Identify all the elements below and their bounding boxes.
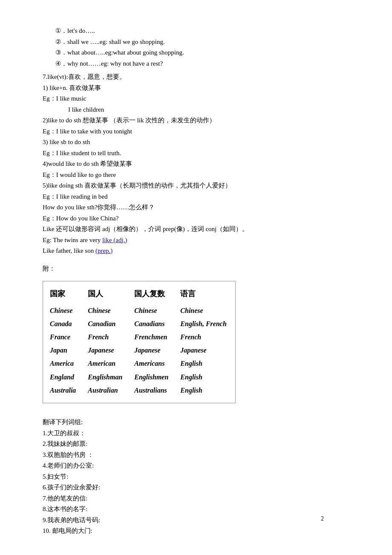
like-item-6: Eg：I like student to tell truth.: [43, 148, 358, 159]
table-cell: Frenchmen: [134, 330, 180, 344]
like-header: 7.like(vt):喜欢，愿意，想要。: [43, 72, 358, 83]
like-item-8: Eg：I would like to go there: [43, 170, 358, 181]
like-item-10: Eg：I like reading in bed: [43, 191, 358, 202]
like-item-9: 5)like doing sth 喜欢做某事（长期习惯性的动作，尤其指个人爱好）: [43, 180, 358, 191]
translate-item: 10. 邮电局的大门:: [43, 526, 358, 537]
translate-items: 1.大卫的叔叔：2.我妹妹的邮票:3.双胞胎的书房 ：4.老师们的办公室:5.妇…: [43, 428, 358, 537]
table-cell: English: [180, 370, 228, 384]
like-item-7: 4)would like to do sth 希望做某事: [43, 159, 358, 170]
list-item-4: ④．why not……eg: why not have a rest?: [55, 58, 358, 69]
table-cell: Chinese: [180, 304, 228, 317]
table-cell: America: [50, 357, 88, 370]
translate-item: 4.老师们的办公室:: [43, 460, 358, 471]
like-item-5: 3) like sb to do sth: [43, 137, 358, 148]
table-row: FranceFrenchFrenchmenFrench: [50, 330, 228, 344]
table-cell: Englishman: [88, 370, 134, 384]
table-row: CanadaCanadianCanadiansEnglish, French: [50, 317, 228, 330]
table-header-row: 国家 国人 国人复数 语言: [50, 286, 228, 304]
table-cell: Canadian: [88, 317, 134, 330]
items-list: ①．let's do….. ②．shall we …..eg: shall we…: [43, 26, 358, 69]
table-cell: Chinese: [88, 304, 134, 317]
translate-item: 9.我表弟的电话号码:: [43, 515, 358, 526]
col-header-language: 语言: [180, 286, 228, 304]
table-cell: American: [88, 357, 134, 370]
table-cell: Australian: [88, 384, 134, 397]
translate-header: 翻译下列词组:: [43, 417, 358, 428]
translate-section: 翻译下列词组: 1.大卫的叔叔：2.我妹妹的邮票:3.双胞胎的书房 ：4.老师们…: [43, 417, 358, 537]
attached-label: 附：: [43, 263, 358, 275]
vocab-table: 国家 国人 国人复数 语言 ChineseChineseChineseChine…: [50, 286, 228, 397]
col-header-plural: 国人复数: [134, 286, 180, 304]
like-item-1: Eg：I like music: [43, 93, 358, 104]
table-cell: Australians: [134, 384, 180, 397]
translate-item: 6.孩子们的业余爱好:: [43, 482, 358, 493]
table-row: AustraliaAustralianAustraliansEnglish: [50, 384, 228, 397]
col-header-country: 国家: [50, 286, 88, 304]
table-cell: Australia: [50, 384, 88, 397]
table-cell: Canada: [50, 317, 88, 330]
translate-item: 3.双胞胎的书房 ：: [43, 450, 358, 461]
table-cell: English, French: [180, 317, 228, 330]
table-cell: Canadians: [134, 317, 180, 330]
table-cell: Englishmen: [134, 370, 180, 384]
table-cell: Americans: [134, 357, 180, 370]
table-cell: England: [50, 370, 88, 384]
like-item-3: 2)like to do sth 想做某事 （表示一 lik 次性的，未发生的动…: [43, 115, 358, 126]
like-prep-line: Like father, like son (prep.): [43, 246, 358, 257]
table-cell: Japanese: [134, 344, 180, 357]
like-item-12: Eg：How do you like China?: [43, 213, 358, 224]
table-cell: France: [50, 330, 88, 344]
table-cell: Japanese: [88, 344, 134, 357]
table-cell: Chinese: [134, 304, 180, 317]
vocab-table-container: 国家 国人 国人复数 语言 ChineseChineseChineseChine…: [43, 281, 236, 403]
table-row: AmericaAmericanAmericansEnglish: [50, 357, 228, 370]
like-section: 7.like(vt):喜欢，愿意，想要。 1) like+n. 喜欢做某事 Eg…: [43, 72, 358, 257]
like-item-4: Eg：I like to take with you tonight: [43, 126, 358, 137]
translate-item: 2.我妹妹的邮票:: [43, 439, 358, 450]
col-header-person: 国人: [88, 286, 134, 304]
like-item-2: I like children: [43, 104, 358, 116]
translate-item: 7.他的笔友的信:: [43, 493, 358, 504]
table-cell: English: [180, 357, 228, 370]
table-cell: English: [180, 384, 228, 397]
translate-item: 8.这本书的名字:: [43, 504, 358, 515]
table-cell: Japanese: [180, 344, 228, 357]
page-number: 2: [321, 514, 324, 524]
translate-item: 1.大卫的叔叔：: [43, 428, 358, 439]
table-row: ChineseChineseChineseChinese: [50, 304, 228, 317]
translate-item: 5.妇女节:: [43, 471, 358, 483]
like-prep-link[interactable]: (prep.): [95, 247, 112, 254]
like-item-11: How do you like sth?你觉得……怎么样？: [43, 202, 358, 213]
table-row: JapanJapaneseJapaneseJapanese: [50, 344, 228, 357]
table-cell: Japan: [50, 344, 88, 357]
like-item-13: Like 还可以做形容词 adj（相像的），介词 prep(像)，连词 conj…: [43, 224, 358, 235]
table-cell: French: [88, 330, 134, 344]
like-item-0: 1) like+n. 喜欢做某事: [43, 83, 358, 94]
like-adj-line: Eg: The twins are very like (adj.): [43, 235, 358, 246]
list-item-2: ②．shall we …..eg: shall we go shopping.: [55, 37, 358, 48]
table-cell: French: [180, 330, 228, 344]
table-row: EnglandEnglishmanEnglishmenEnglish: [50, 370, 228, 384]
table-cell: Chinese: [50, 304, 88, 317]
list-item-3: ③．what about…..eg:what about going shopp…: [55, 47, 358, 58]
list-item-1: ①．let's do…..: [55, 26, 358, 37]
like-adj-link[interactable]: like (adj.): [102, 237, 127, 243]
